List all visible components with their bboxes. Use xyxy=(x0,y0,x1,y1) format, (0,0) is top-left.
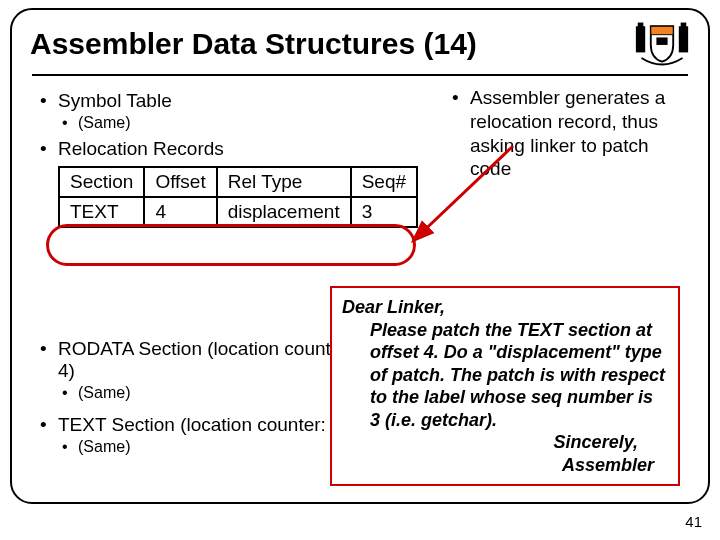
content-area: Symbol Table (Same) Relocation Records S… xyxy=(18,76,702,496)
letter-greeting: Dear Linker, xyxy=(342,297,445,317)
left-column: Symbol Table (Same) Relocation Records S… xyxy=(40,84,460,228)
letter-box: Dear Linker, Please patch the TEXT secti… xyxy=(330,286,680,486)
bullet-rodata: RODATA Section (location counter: 4) xyxy=(40,338,360,382)
lower-left-column: RODATA Section (location counter: 4) (Sa… xyxy=(40,326,360,462)
relocation-table: Section Offset Rel Type Seq# TEXT 4 disp… xyxy=(58,166,418,228)
page-number: 41 xyxy=(685,513,702,530)
bullet-text-same: (Same) xyxy=(62,438,360,456)
right-note: Assembler generates a relocation record,… xyxy=(452,86,678,181)
slide-title: Assembler Data Structures (14) xyxy=(30,27,477,61)
bullet-text-section: TEXT Section (location counter: 8) xyxy=(40,414,360,436)
td-offset: 4 xyxy=(144,197,216,227)
letter-body: Please patch the TEXT section at offset … xyxy=(342,319,668,432)
crest-icon xyxy=(634,20,690,68)
td-seq: 3 xyxy=(351,197,417,227)
svg-rect-1 xyxy=(679,26,688,52)
th-offset: Offset xyxy=(144,167,216,197)
relocation-table-wrap: Section Offset Rel Type Seq# TEXT 4 disp… xyxy=(58,166,460,228)
table-row: TEXT 4 displacement 3 xyxy=(59,197,417,227)
bullet-rodata-same: (Same) xyxy=(62,384,360,402)
highlight-oval xyxy=(46,224,416,266)
svg-rect-0 xyxy=(636,26,645,52)
th-reltype: Rel Type xyxy=(217,167,351,197)
right-note-text: Assembler generates a relocation record,… xyxy=(452,86,678,181)
table-header-row: Section Offset Rel Type Seq# xyxy=(59,167,417,197)
letter-sig2: Assembler xyxy=(342,454,668,477)
td-reltype: displacement xyxy=(217,197,351,227)
title-row: Assembler Data Structures (14) xyxy=(18,12,702,74)
bullet-relocation-records: Relocation Records xyxy=(40,138,460,160)
bullet-symbol-table: Symbol Table xyxy=(40,90,460,112)
svg-rect-2 xyxy=(638,23,644,29)
letter-sig1: Sincerely, xyxy=(342,431,668,454)
slide: Assembler Data Structures (14) Symbol Ta… xyxy=(0,0,720,540)
svg-rect-4 xyxy=(656,37,667,44)
svg-rect-3 xyxy=(681,23,687,29)
td-section: TEXT xyxy=(59,197,144,227)
th-seq: Seq# xyxy=(351,167,417,197)
th-section: Section xyxy=(59,167,144,197)
bullet-symbol-table-same: (Same) xyxy=(62,114,460,132)
